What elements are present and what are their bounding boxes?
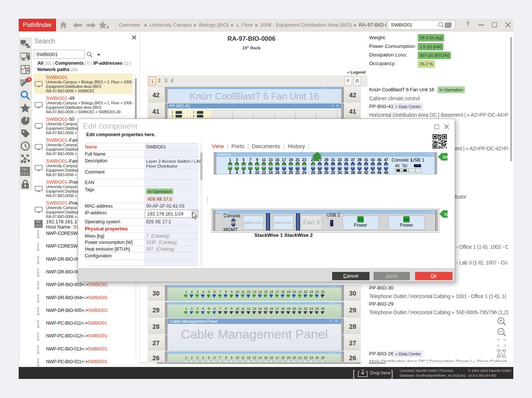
- svg-text:WO: WO: [444, 212, 448, 217]
- svg-text:A: A: [500, 351, 503, 356]
- svg-text:WO: WO: [443, 155, 448, 159]
